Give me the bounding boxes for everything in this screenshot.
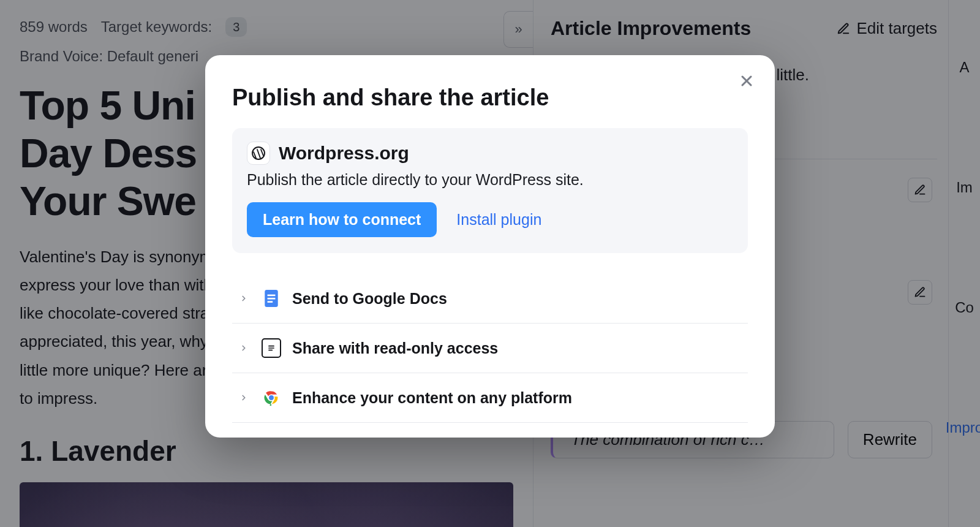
chrome-icon [262,388,281,408]
close-icon [738,72,755,89]
install-plugin-link[interactable]: Install plugin [456,211,541,229]
google-docs-icon [262,289,281,308]
chevron-right-icon [237,393,251,402]
wordpress-description: Publish the article directly to your Wor… [247,171,733,189]
option-google-docs-label: Send to Google Docs [292,290,447,308]
option-enhance[interactable]: Enhance your content on any platform [232,373,748,423]
learn-how-button[interactable]: Learn how to connect [247,202,437,237]
svg-rect-4 [268,301,273,303]
option-enhance-label: Enhance your content on any platform [292,389,572,407]
wordpress-icon [247,142,270,165]
close-button[interactable] [733,67,760,94]
option-readonly-label: Share with read-only access [292,339,498,357]
modal-title: Publish and share the article [232,85,748,111]
publish-options: Send to Google Docs Share with read-only… [232,274,748,423]
publish-modal: Publish and share the article Wordpress.… [205,55,775,438]
chevron-right-icon [237,294,251,303]
svg-rect-2 [268,295,276,297]
svg-rect-3 [268,298,276,300]
wordpress-box: Wordpress.org Publish the article direct… [232,128,748,253]
document-icon [262,338,281,358]
option-google-docs[interactable]: Send to Google Docs [232,274,748,324]
option-readonly[interactable]: Share with read-only access [232,324,748,373]
wordpress-name: Wordpress.org [279,143,409,164]
chevron-right-icon [237,344,251,352]
